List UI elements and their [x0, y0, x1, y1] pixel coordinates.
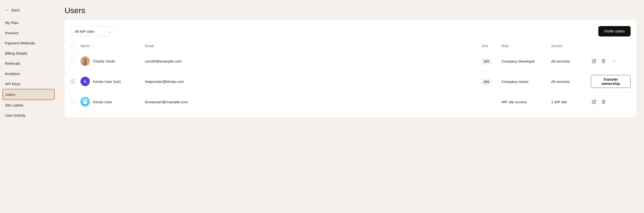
- header-name: Name ↑: [80, 44, 145, 49]
- transfer-ownership-button[interactable]: Transfer ownership: [591, 75, 630, 88]
- sidebar-item-user-activity[interactable]: User Activity: [0, 110, 57, 120]
- table-row: K Kinsta User (me) helpcenter@kinsta.com…: [70, 70, 630, 92]
- kinsta-user-delete-button[interactable]: [600, 98, 607, 105]
- sidebar-item-my-plan[interactable]: My Plan: [0, 18, 57, 28]
- page-title: Users: [64, 6, 636, 15]
- charlie-actions: ←: [591, 58, 630, 64]
- kinsta-me-access: All services: [551, 80, 591, 84]
- kinsta-me-role: Company owner: [502, 80, 551, 84]
- charlie-avatar: [80, 56, 90, 66]
- kinsta-me-checkbox-cell: [70, 79, 80, 84]
- kinsta-user-edit-button[interactable]: [591, 98, 597, 105]
- charlie-role: Company developer: [502, 59, 551, 63]
- charlie-user-cell: Charlie Smith: [80, 56, 145, 66]
- sidebar: ← Back My Plan Invoices Payment Methods …: [0, 0, 57, 213]
- charlie-2fa-badge: 2FA: [482, 59, 492, 64]
- trash-icon: [601, 100, 606, 104]
- kinsta-me-actions: Transfer ownership: [591, 75, 630, 88]
- back-button[interactable]: ← Back: [0, 5, 57, 18]
- edit-icon: [592, 59, 596, 63]
- sidebar-item-api-keys[interactable]: API Keys: [0, 79, 57, 89]
- sidebar-item-site-labels[interactable]: Site Labels: [0, 100, 57, 110]
- header-email: Email: [145, 44, 482, 49]
- main-content: Users All WP sites ⌄ Invite users Name ↑…: [57, 0, 644, 213]
- kinsta-me-2fa-badge: 2FA: [482, 79, 492, 85]
- charlie-email: csmith@example.com: [145, 59, 482, 63]
- kinsta-me-avatar: K: [80, 77, 90, 86]
- svg-point-1: [84, 58, 87, 62]
- kinsta-me-user-cell: K Kinsta User (me): [80, 77, 145, 86]
- charlie-access: All services: [551, 59, 591, 63]
- header-role: Role: [502, 44, 551, 49]
- row-checkbox-cell: [70, 58, 80, 64]
- kinsta-me-checkbox-disabled: [70, 79, 75, 84]
- header-access: Access: [551, 44, 591, 49]
- kinsta-user-avatar: [80, 97, 90, 106]
- sidebar-item-users[interactable]: Users: [2, 89, 54, 100]
- select-all-checkbox[interactable]: [70, 44, 75, 48]
- arrow-indicator: ←: [612, 58, 617, 64]
- header-checkbox-cell: [70, 44, 80, 49]
- svg-text:K: K: [84, 80, 86, 84]
- kinsta-me-name: Kinsta User (me): [93, 80, 121, 84]
- charlie-name: Charlie Smith: [93, 59, 115, 63]
- kinsta-user-access: 1 WP site: [551, 100, 591, 104]
- kinsta-user-email: kinstauser@example.com: [145, 100, 482, 104]
- kinsta-user-checkbox[interactable]: [70, 99, 75, 104]
- sidebar-item-billing-details[interactable]: Billing Details: [0, 48, 57, 58]
- charlie-checkbox[interactable]: [70, 58, 75, 63]
- charlie-delete-button[interactable]: [600, 58, 607, 64]
- header-actions: [591, 44, 630, 49]
- kinsta-me-2fa: 2FA: [482, 80, 502, 84]
- charlie-2fa: 2FA: [482, 59, 502, 63]
- sidebar-item-referrals[interactable]: Referrals: [0, 58, 57, 68]
- charlie-edit-button[interactable]: [591, 58, 597, 64]
- sidebar-item-invoices[interactable]: Invoices: [0, 28, 57, 38]
- back-label: Back: [12, 8, 20, 12]
- sidebar-item-payment-methods[interactable]: Payment Methods: [0, 38, 57, 48]
- back-arrow-icon: ←: [5, 8, 10, 13]
- sidebar-nav: My Plan Invoices Payment Methods Billing…: [0, 18, 57, 120]
- site-filter-dropdown[interactable]: All WP sites ⌄: [70, 26, 115, 36]
- charlie-badge: [87, 63, 90, 66]
- trash-icon: [601, 59, 606, 63]
- table-row: Charlie Smith csmith@example.com 2FA Com…: [70, 52, 630, 70]
- table-row: Kinsta User kinstauser@example.com WP si…: [70, 92, 630, 111]
- top-bar: All WP sites ⌄ Invite users: [70, 26, 630, 36]
- content-card: All WP sites ⌄ Invite users Name ↑ Email…: [64, 20, 636, 117]
- chevron-down-icon: ⌄: [108, 29, 111, 34]
- kinsta-user-name: Kinsta User: [93, 100, 112, 104]
- kinsta-user-checkbox-cell: [70, 99, 80, 104]
- sort-icon: ↑: [92, 44, 93, 48]
- sidebar-item-analytics[interactable]: Analytics: [0, 68, 57, 79]
- header-2fa: 2FA: [482, 44, 502, 49]
- edit-icon: [592, 100, 596, 104]
- invite-users-button[interactable]: Invite users: [598, 26, 630, 36]
- kinsta-user-actions: [591, 98, 630, 105]
- table-header: Name ↑ Email 2FA Role Access: [70, 42, 630, 52]
- filter-label: All WP sites: [75, 29, 94, 34]
- kinsta-me-email: helpcenter@kinsta.com: [145, 80, 482, 84]
- kinsta-user-cell: Kinsta User: [80, 97, 145, 106]
- kinsta-user-role: WP site access: [502, 100, 551, 104]
